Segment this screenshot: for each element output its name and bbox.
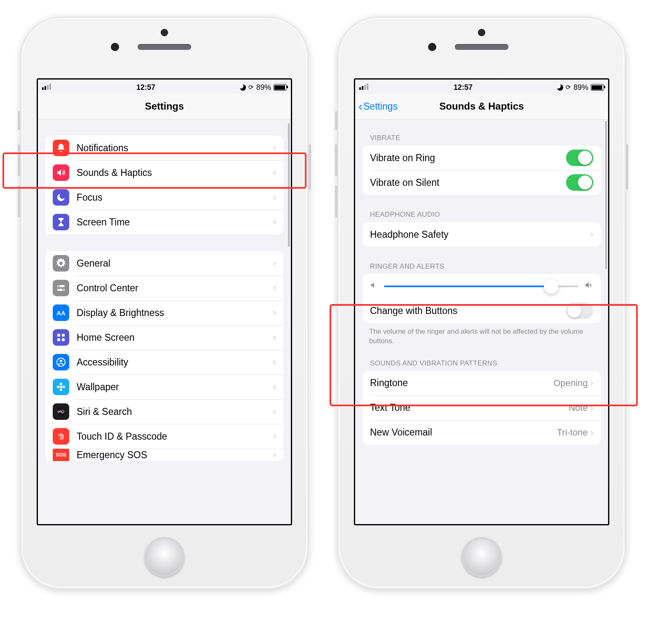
signal-icon: [359, 83, 369, 92]
chevron-right-icon: ›: [273, 450, 276, 460]
AA-icon: AA: [53, 304, 69, 321]
siri-icon: [53, 403, 69, 420]
toggle[interactable]: [566, 150, 593, 166]
side-volume-down: [335, 185, 337, 218]
row-controlcenter[interactable]: Control Center›: [45, 276, 283, 300]
row-wallpaper[interactable]: Wallpaper›: [45, 375, 283, 399]
row-new-voicemail[interactable]: New VoicemailTri-tone›: [363, 420, 601, 445]
row-label: Change with Buttons: [370, 305, 566, 316]
chevron-right-icon: ›: [273, 143, 276, 153]
toggle-change-with-buttons[interactable]: [566, 302, 593, 319]
side-power: [626, 144, 628, 190]
row-change-with-buttons[interactable]: Change with Buttons: [363, 298, 601, 323]
orientation-lock-icon: ⟳: [248, 84, 254, 91]
phone-right: 12:57 ⟳ 89% ‹ Settings Soun: [337, 16, 626, 589]
section-header-headphone: HEADPHONE AUDIO: [355, 206, 608, 222]
ringer-volume-slider[interactable]: [384, 286, 578, 287]
chevron-right-icon: ›: [273, 307, 276, 318]
toggle[interactable]: [566, 174, 593, 191]
row-vibrate-on-silent[interactable]: Vibrate on Silent: [363, 170, 601, 195]
svg-rect-5: [62, 334, 65, 337]
section-footer-ringer: The volume of the ringer and alerts will…: [355, 323, 608, 350]
sos-icon: SOS: [53, 449, 69, 461]
front-camera: [111, 43, 119, 51]
chevron-right-icon: ›: [590, 378, 593, 389]
back-label: Settings: [363, 101, 398, 112]
row-label: Screen Time: [77, 217, 273, 228]
row-accessibility[interactable]: Accessibility›: [45, 350, 283, 375]
row-vibrate-on-ring[interactable]: Vibrate on Ring: [363, 145, 601, 170]
row-label: Ringtone: [370, 377, 553, 389]
svg-point-13: [57, 386, 59, 388]
gear-icon: [53, 255, 69, 272]
person-icon: [53, 354, 69, 370]
row-screentime[interactable]: Screen Time›: [45, 210, 283, 234]
fingerprint-icon: [53, 428, 69, 445]
row-focus[interactable]: Focus›: [45, 185, 283, 210]
svg-point-1: [58, 286, 60, 287]
navbar-left: Settings: [38, 94, 291, 119]
row-ringtone[interactable]: RingtoneOpening›: [363, 371, 601, 396]
row-label: Accessibility: [77, 357, 273, 368]
status-bar: 12:57 ⟳ 89%: [355, 80, 608, 94]
svg-rect-4: [57, 334, 60, 337]
chevron-right-icon: ›: [273, 357, 276, 368]
ringer-slider-row: [363, 274, 601, 298]
side-mute-switch: [18, 111, 20, 130]
row-label: New Voicemail: [370, 427, 557, 438]
row-siri[interactable]: Siri & Search›: [45, 399, 283, 424]
scrollbar[interactable]: [288, 123, 290, 247]
row-homescreen[interactable]: Home Screen›: [45, 325, 283, 350]
row-label: Text Tone: [370, 402, 569, 413]
chevron-right-icon: ›: [590, 403, 593, 413]
home-button[interactable]: [145, 537, 184, 577]
row-text-tone[interactable]: Text ToneNote›: [363, 396, 601, 420]
row-general[interactable]: General›: [45, 251, 283, 276]
page-title: Sounds & Haptics: [439, 101, 524, 112]
row-touchid[interactable]: Touch ID & Passcode›: [45, 424, 283, 449]
battery-icon: [591, 84, 604, 91]
row-headphone-safety[interactable]: Headphone Safety›: [363, 222, 601, 247]
proximity-sensor: [478, 29, 485, 36]
switches-icon: [53, 280, 69, 296]
back-button[interactable]: ‹ Settings: [358, 99, 398, 113]
chevron-right-icon: ›: [273, 217, 276, 227]
dnd-moon-icon: [557, 84, 563, 91]
chevron-left-icon: ‹: [358, 99, 363, 113]
svg-point-12: [60, 389, 62, 391]
row-label: Notifications: [77, 143, 273, 154]
screen-left: 12:57 ⟳ 89% Settings: [37, 78, 292, 525]
chevron-right-icon: ›: [273, 332, 276, 343]
chevron-right-icon: ›: [590, 229, 593, 240]
row-label: Control Center: [77, 283, 273, 294]
chevron-right-icon: ›: [590, 427, 593, 438]
row-display[interactable]: AADisplay & Brightness›: [45, 300, 283, 325]
status-time: 12:57: [136, 83, 155, 92]
status-battery-pct: 89%: [256, 83, 271, 92]
row-label: Vibrate on Ring: [370, 152, 566, 164]
proximity-sensor: [161, 29, 168, 36]
row-notifications[interactable]: Notifications›: [45, 136, 283, 160]
flower-icon: [53, 379, 69, 395]
row-label: Vibrate on Silent: [370, 177, 566, 188]
row-label: Siri & Search: [77, 406, 273, 417]
row-sounds[interactable]: Sounds & Haptics›: [45, 160, 283, 185]
side-mute-switch: [335, 111, 337, 130]
grid-icon: [53, 329, 69, 346]
chevron-right-icon: ›: [273, 382, 276, 392]
row-label: Emergency SOS: [77, 450, 273, 461]
dnd-moon-icon: [240, 84, 246, 91]
moon-icon: [53, 189, 69, 206]
chevron-right-icon: ›: [273, 167, 276, 178]
orientation-lock-icon: ⟳: [566, 84, 571, 91]
screen-right: 12:57 ⟳ 89% ‹ Settings Soun: [354, 78, 609, 525]
battery-icon: [274, 84, 287, 91]
front-camera: [428, 43, 436, 51]
home-button[interactable]: [462, 537, 501, 577]
page-title: Settings: [145, 101, 184, 112]
section-header-vibrate: VIBRATE: [355, 130, 608, 145]
row-sos[interactable]: SOSEmergency SOS›: [45, 449, 283, 461]
scrollbar[interactable]: [605, 121, 607, 269]
svg-rect-7: [62, 338, 65, 341]
chevron-right-icon: ›: [273, 406, 276, 417]
